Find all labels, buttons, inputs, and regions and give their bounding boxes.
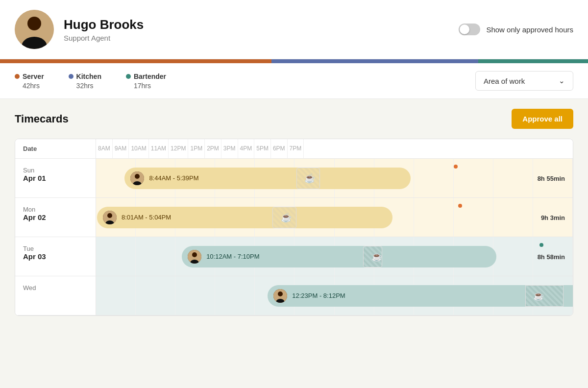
timeline-sun: 8:44AM - 5:39PM ☕ 8h 55min [96,159,573,197]
time-11am: 11AM [149,139,169,158]
day-label: Tue [23,245,88,252]
profile-name: Hugo Brooks [64,17,144,32]
avatar [15,10,54,49]
gl11 [493,198,533,237]
avatar-sun [130,171,144,185]
svg-point-4 [135,174,140,179]
kitchen-dot [69,74,74,79]
gl2 [136,237,175,276]
stat-bartender: Bartender 17hrs [126,73,166,90]
gl11 [493,159,533,197]
time-9am: 9AM [113,139,129,158]
calendar-container: Date 8AM 9AM 10AM 11AM 12PM 1PM 2PM 3PM … [15,139,573,316]
time-5pm: 5PM [254,139,271,158]
avatar-mon [103,211,117,224]
gl4 [215,276,255,315]
area-of-work-label: Area of work [484,77,525,85]
time-6pm: 6PM [271,139,288,158]
date-column-header: Date [15,139,96,158]
approve-all-button[interactable]: Approve all [512,109,573,129]
date-cell-mon: Mon Apr 02 [15,198,96,237]
break-icon-sun: ☕ [301,168,318,189]
break-icon-wed: ☕ [530,285,547,307]
time-block-sun[interactable]: 8:44AM - 5:39PM [124,168,411,189]
stats-row: Server 42hrs Kitchen 32hrs Bartender 17h… [0,63,588,98]
svg-point-1 [27,17,41,30]
break-icon-mon: ☕ [277,207,295,228]
time-2pm: 2PM [205,139,221,158]
time-block-mon[interactable]: 8:01AM - 5:04PM [97,207,392,228]
kitchen-hours: 32hrs [69,82,101,90]
time-10am: 10AM [129,139,148,158]
time-4pm: 4PM [238,139,255,158]
profile-text: Hugo Brooks Support Agent [64,17,144,42]
table-row: Mon Apr 02 [15,198,573,237]
time-header: Date 8AM 9AM 10AM 11AM 12PM 1PM 2PM 3PM … [15,139,573,159]
timecards-section: Timecards Approve all Date 8AM 9AM 10AM … [0,99,588,316]
date-label: Apr 02 [23,213,88,221]
overtime-dot-sun [454,165,458,169]
date-label: Apr 03 [23,252,88,261]
svg-point-7 [107,213,112,218]
stat-bartender-label: Bartender [126,73,166,80]
day-label: Wed [23,284,88,291]
kitchen-label-text: Kitchen [76,73,101,80]
time-1pm: 1PM [188,139,205,158]
date-cell-wed: Wed [15,276,96,315]
gl9 [414,159,454,197]
time-range-mon: 8:01AM - 5:04PM [122,214,171,221]
stat-server-label: Server [15,73,44,80]
server-label-text: Server [23,73,44,80]
table-row: Wed [15,276,573,315]
gl2 [136,276,175,315]
progress-bartender [478,59,588,63]
time-block-tue[interactable]: 10:12AM - 7:10PM [182,246,496,267]
time-range-sun: 8:44AM - 5:39PM [149,174,198,182]
time-range-tue: 10:12AM - 7:10PM [206,253,259,260]
stats-items: Server 42hrs Kitchen 32hrs Bartender 17h… [15,73,166,90]
timeline-mon: 8:01AM - 5:04PM ☕ 9h 3min [96,198,573,237]
day-label: Mon [23,206,88,213]
server-dot [15,74,20,79]
timecards-title: Timecards [15,113,69,125]
header-controls: Show only approved hours [459,24,573,35]
day-label: Sun [23,167,88,174]
time-8am: 8AM [96,139,113,158]
break-icon-tue: ☕ [368,246,386,267]
table-row: Sun Apr 01 [15,159,573,198]
progress-kitchen [271,59,478,63]
gl1 [96,237,136,276]
avatar-tue [188,250,201,264]
time-7pm: 7PM [288,139,304,158]
gl10 [454,159,493,197]
timecards-header: Timecards Approve all [15,109,573,129]
area-of-work-dropdown[interactable]: Area of work ⌄ [475,71,573,91]
gl1 [96,276,136,315]
svg-point-10 [192,252,197,257]
time-3pm: 3PM [221,139,238,158]
avatar-wed [273,289,287,303]
table-row: Tue Apr 03 [15,237,573,276]
stat-kitchen-label: Kitchen [69,73,101,80]
bartender-label-text: Bartender [134,73,166,80]
bartender-hours: 17hrs [126,82,166,90]
date-label: Apr 01 [23,174,88,182]
approved-hours-toggle[interactable] [459,24,480,35]
stat-server: Server 42hrs [15,73,44,90]
stats-section: Server 42hrs Kitchen 32hrs Bartender 17h… [0,59,588,99]
duration-tue: 8h 58min [538,253,565,260]
timeline-tue: 10:12AM - 7:10PM ☕ 8h 58min [96,237,573,276]
progress-server [0,59,271,63]
chevron-down-icon: ⌄ [559,76,565,85]
svg-point-13 [278,291,283,296]
date-cell-sun: Sun Apr 01 [15,159,96,197]
profile-info: Hugo Brooks Support Agent [15,10,144,49]
gl3 [175,276,215,315]
profile-role: Support Agent [64,34,144,42]
bartender-dot [126,74,131,79]
timeline-wed: 12:23PM - 8:12PM ☕ [96,276,573,315]
progress-bar [0,59,588,63]
profile-header: Hugo Brooks Support Agent Show only appr… [0,0,588,59]
time-12pm: 12PM [169,139,188,158]
overtime-dot-mon [458,204,462,208]
